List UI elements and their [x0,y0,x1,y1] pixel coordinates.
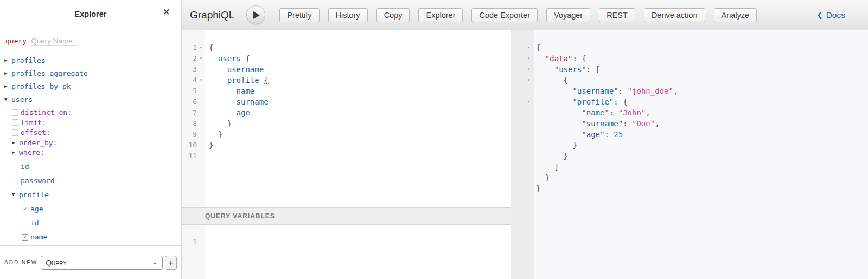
checkbox[interactable] [12,119,18,126]
expand-arrow-icon[interactable]: ▶ [12,149,19,156]
toolbar: GraphiQL PrettifyHistoryCopyExplorerCode… [182,0,868,30]
add-new-select-value: Query [46,258,67,267]
fold-gutter-cell [511,183,534,194]
checkbox[interactable]: ✓ [22,234,28,241]
prettify-button[interactable]: Prettify [279,8,319,22]
line-number: 6 [182,96,197,107]
tree-item-label: name [30,233,47,241]
docs-link[interactable]: ❮ Docs [806,0,868,30]
explorer-tree-item-order_by[interactable]: ▶order_by: [0,139,181,146]
add-new-select[interactable]: Query ⌄ [41,256,162,270]
code-line: 6 surname [182,96,511,107]
code-line: 1▾{ [182,42,511,53]
expand-arrow-icon[interactable]: ▶ [4,70,11,77]
query-variables-title: QUERY VARIABLES [205,212,275,220]
graphiql-main: GraphiQL PrettifyHistoryCopyExplorerCode… [182,0,868,279]
explorer-tree-item-distinct_on[interactable]: distinct_on: [0,109,181,116]
graphiql-logo: GraphiQL [190,9,234,21]
expand-arrow-icon[interactable]: ▶ [12,139,19,146]
explorer-tree-item-age[interactable]: ✓age [0,205,181,212]
fold-arrow-icon[interactable]: ▾ [511,96,534,107]
query-name-row: query [0,28,181,48]
explorer-tree-item-id[interactable]: id [0,219,181,226]
code-exporter-button[interactable]: Code Exporter [471,8,538,22]
derive-action-button[interactable]: Derive action [644,8,705,22]
workspace: 1▾{2▾ users {3 username4▾ profile {5 nam… [182,30,868,279]
line-number: 11 [182,151,197,161]
fold-gutter-cell [197,96,205,107]
checkbox[interactable]: ✓ [22,206,28,212]
play-icon [253,11,260,19]
result-line: ▾ { [511,75,868,86]
add-new-button[interactable]: + [165,256,177,270]
fold-gutter-cell [511,107,534,118]
expand-arrow-icon[interactable]: ▶ [4,57,11,64]
result-line: ▾{ [511,42,868,53]
query-editor[interactable]: 1▾{2▾ users {3 username4▾ profile {5 nam… [182,30,511,207]
line-number: 4 [182,75,197,86]
collapse-arrow-icon[interactable]: ▼ [4,96,11,103]
tree-item-label: id [30,219,39,226]
result-line: } [511,183,868,194]
checkbox[interactable] [12,129,18,136]
checkbox[interactable] [12,109,18,116]
result-line: } [511,151,868,161]
fold-arrow-icon[interactable]: ▾ [197,42,205,53]
variables-editor[interactable]: 1 [182,225,511,279]
expand-arrow-icon[interactable]: ▶ [4,83,11,90]
tree-item-label: limit: [21,119,46,126]
explorer-tree-item-profile[interactable]: ▼profile [0,191,181,198]
voyager-button[interactable]: Voyager [546,8,590,22]
code-line: 7 age [182,107,511,118]
checkbox[interactable] [22,220,28,226]
explorer-tree-item-limit[interactable]: limit: [0,119,181,126]
fold-gutter-cell [511,118,534,129]
explorer-tree-item-users[interactable]: ▼users [0,96,181,103]
fold-arrow-icon[interactable]: ▾ [197,53,205,64]
explorer-tree-item-offset[interactable]: offset: [0,129,181,136]
line-number: 9 [182,129,197,140]
analyze-button[interactable]: Analyze [714,8,757,22]
fold-arrow-icon[interactable]: ▾ [197,75,205,86]
query-variables-header[interactable]: QUERY VARIABLES [182,207,511,225]
fold-gutter-cell [511,129,534,140]
explorer-tree-item-profiles[interactable]: ▶profiles [0,57,181,64]
line-number: 7 [182,107,197,118]
explorer-tree-item-name[interactable]: ✓name [0,233,181,241]
fold-arrow-icon[interactable]: ▾ [511,53,534,64]
query-name-input[interactable] [31,37,78,46]
fold-gutter-cell [511,172,534,183]
text-cursor [232,119,232,127]
result-line: ▾ "profile": { [511,96,868,107]
fold-arrow-icon[interactable]: ▾ [511,42,534,53]
explorer-tree-item-password[interactable]: password [0,177,181,184]
fold-gutter-cell [511,151,534,161]
fold-gutter-cell [511,140,534,151]
tree-item-label: id [21,163,29,170]
code-line: 11 [182,151,511,161]
code-line: 1 [182,237,511,248]
fold-gutter-cell [197,86,205,96]
explorer-tree-item-id[interactable]: id [0,163,181,170]
checkbox[interactable] [12,178,18,184]
fold-arrow-icon[interactable]: ▾ [511,75,534,86]
execute-query-button[interactable] [246,5,265,24]
code-line: 8 } [182,118,511,129]
line-number: 10 [182,140,197,151]
history-button[interactable]: History [328,8,368,22]
explorer-tree-item-profiles_aggregate[interactable]: ▶profiles_aggregate [0,70,181,77]
explorer-tree-item-where[interactable]: ▶where: [0,149,181,156]
explorer-button[interactable]: Explorer [418,8,463,22]
fold-arrow-icon[interactable]: ▾ [511,64,534,75]
rest-button[interactable]: REST [599,8,635,22]
query-keyword-label: query [5,37,27,45]
close-icon[interactable]: ✕ [163,8,170,17]
explorer-header: Explorer ✕ [0,0,181,28]
code-line: 3 username [182,64,511,75]
copy-button[interactable]: Copy [376,8,410,22]
explorer-field-tree: ▶profiles▶profiles_aggregate▶profiles_by… [0,48,181,241]
checkbox[interactable] [12,164,18,170]
collapse-arrow-icon[interactable]: ▼ [12,191,19,198]
explorer-tree-item-profiles_by_pk[interactable]: ▶profiles_by_pk [0,83,181,90]
result-line: "username": "john_doe", [511,86,868,96]
